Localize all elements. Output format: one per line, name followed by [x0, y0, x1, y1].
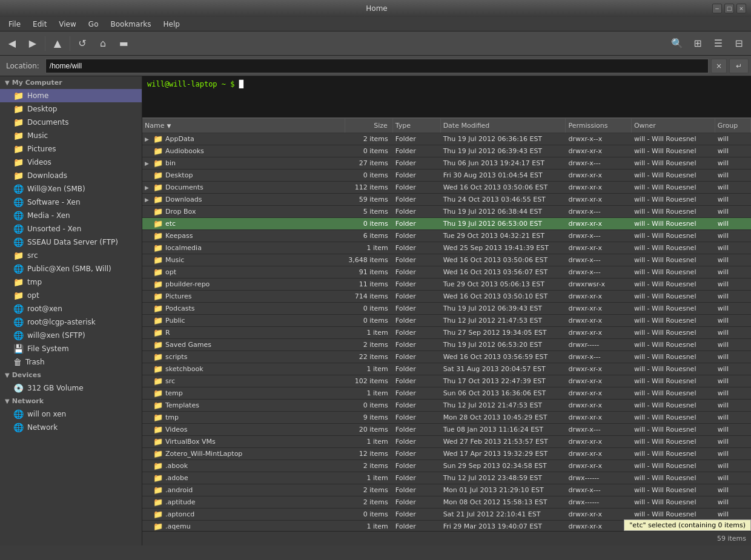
menu-file[interactable]: File — [2, 19, 27, 30]
sidebar-item-will-on-xen[interactable]: 🌐 will on xen — [0, 407, 142, 421]
sidebar-item-public-xen[interactable]: 🌐 Public@Xen (SMB, Will) — [0, 262, 142, 275]
sidebar-item-will-xen-sftp[interactable]: 🌐 will@xen (SFTP) — [0, 329, 142, 342]
table-row[interactable]: 📁 VirtualBox VMs 1 item Folder Wed 27 Fe… — [142, 436, 751, 448]
table-row[interactable]: 📁 .aptoncd 0 items Folder Sat 21 Jul 201… — [142, 509, 751, 521]
file-type: Folder — [393, 341, 441, 349]
table-row[interactable]: 📁 Templates 0 items Folder Thu 12 Jul 20… — [142, 400, 751, 412]
col-header-size[interactable]: Size — [345, 119, 393, 133]
table-row[interactable]: 📁 Videos 20 items Folder Tue 08 Jan 2013… — [142, 424, 751, 436]
table-row[interactable]: 📁 Saved Games 2 items Folder Thu 19 Jul … — [142, 339, 751, 351]
table-row[interactable]: 📁 .adobe 1 item Folder Thu 12 Jul 2012 2… — [142, 472, 751, 484]
table-row[interactable]: 📁 src 102 items Folder Thu 17 Oct 2013 2… — [142, 375, 751, 387]
sidebar-item-file-system[interactable]: 💾 File System — [0, 342, 142, 355]
sidebar-item-trash[interactable]: 🗑 Trash — [0, 355, 142, 369]
table-row[interactable]: 📁 etc 0 items Folder Thu 19 Jul 2012 06:… — [142, 218, 751, 230]
sidebar-item-will-xen-smb[interactable]: 🌐 Will@Xen (SMB) — [0, 182, 142, 196]
sidebar-item-root-xen[interactable]: 🌐 root@xen — [0, 302, 142, 315]
table-row[interactable]: 📁 Audiobooks 0 items Folder Thu 19 Jul 2… — [142, 145, 751, 157]
table-row[interactable]: ▶ 📁 bin 27 items Folder Thu 06 Jun 2013 … — [142, 157, 751, 170]
sidebar-item-videos[interactable]: 📁 Videos — [0, 156, 142, 169]
sidebar-section-network[interactable]: ▼ Network — [0, 395, 142, 407]
expand-arrow-icon[interactable]: ▶ — [145, 160, 153, 166]
table-row[interactable]: 📁 Keepass 6 items Folder Tue 29 Oct 2013… — [142, 230, 751, 242]
col-header-type[interactable]: Type — [393, 119, 441, 133]
sidebar-item-downloads[interactable]: 📁 Downloads — [0, 169, 142, 182]
table-row[interactable]: 📁 temp 1 item Folder Sun 06 Oct 2013 16:… — [142, 387, 751, 400]
file-list[interactable]: ▶ 📁 AppData 2 items Folder Thu 19 Jul 20… — [142, 133, 751, 531]
back-button[interactable]: ◀ — [2, 34, 22, 53]
table-row[interactable]: 📁 tmp 9 items Folder Mon 28 Oct 2013 10:… — [142, 412, 751, 424]
columns-view-button[interactable]: ⊟ — [729, 34, 749, 53]
sidebar-section-my-computer[interactable]: ▼ My Computer — [0, 76, 142, 89]
menu-edit[interactable]: Edit — [27, 19, 53, 30]
sidebar-item-desktop[interactable]: 📁 Desktop — [0, 102, 142, 116]
table-row[interactable]: 📁 Music 3,648 items Folder Wed 16 Oct 20… — [142, 254, 751, 266]
table-row[interactable]: 📁 R 1 item Folder Thu 27 Sep 2012 19:34:… — [142, 327, 751, 339]
menu-view[interactable]: View — [53, 19, 82, 30]
file-perms: drwxr-xr-x — [566, 292, 631, 300]
sidebar-section-devices[interactable]: ▼ Devices — [0, 369, 142, 381]
sidebar-item-pictures[interactable]: 📁 Pictures — [0, 142, 142, 156]
file-group: will — [715, 329, 751, 337]
sidebar-item-documents[interactable]: 📁 Documents — [0, 116, 142, 129]
table-row[interactable]: 📁 localmedia 1 item Folder Wed 25 Sep 20… — [142, 242, 751, 254]
expand-arrow-icon[interactable]: ▶ — [145, 185, 153, 191]
table-row[interactable]: 📁 Public 0 items Folder Thu 12 Jul 2012 … — [142, 315, 751, 327]
close-button[interactable]: × — [736, 4, 746, 13]
sidebar-item-software-xen[interactable]: 🌐 Software - Xen — [0, 196, 142, 209]
sidebar-item-music[interactable]: 📁 Music — [0, 129, 142, 142]
menu-go[interactable]: Go — [82, 19, 105, 30]
col-header-perms[interactable]: Permissions — [566, 119, 631, 133]
menu-help[interactable]: Help — [157, 19, 186, 30]
table-row[interactable]: 📁 sketchbook 1 item Folder Sat 31 Aug 20… — [142, 363, 751, 375]
expand-arrow-icon[interactable]: ▶ — [145, 197, 153, 203]
up-button[interactable]: ▲ — [48, 34, 67, 53]
sidebar-section-my-computer-label: My Computer — [12, 79, 62, 87]
table-row[interactable]: ▶ 📁 Documents 112 items Folder Wed 16 Oc… — [142, 182, 751, 194]
table-row[interactable]: 📁 Desktop 0 items Folder Fri 30 Aug 2013… — [142, 170, 751, 182]
table-row[interactable]: 📁 Drop Box 5 items Folder Thu 19 Jul 201… — [142, 206, 751, 218]
file-type: Folder — [393, 389, 441, 397]
table-row[interactable]: 📁 .aptitude 2 items Folder Mon 08 Oct 20… — [142, 496, 751, 509]
home-button[interactable]: ⌂ — [93, 34, 113, 53]
table-row[interactable]: 📁 .android 2 items Folder Mon 01 Jul 201… — [142, 484, 751, 496]
table-row[interactable]: 📁 scripts 22 items Folder Wed 16 Oct 201… — [142, 351, 751, 363]
sidebar-item-sseau[interactable]: 🌐 SSEAU Data Server (FTP) — [0, 236, 142, 249]
location-go-button[interactable]: ↵ — [729, 59, 749, 73]
sidebar-item-root-lcgp[interactable]: 🌐 root@lcgp-asterisk — [0, 315, 142, 329]
table-row[interactable]: 📁 Zotero_Will-MintLaptop 12 items Folder… — [142, 448, 751, 460]
col-header-name[interactable]: Name ▼ — [142, 119, 345, 133]
minimize-button[interactable]: − — [712, 4, 722, 13]
table-row[interactable]: 📁 opt 91 items Folder Wed 16 Oct 2013 03… — [142, 266, 751, 278]
file-group: will — [715, 171, 751, 179]
file-perms: drwxr-x--- — [566, 232, 631, 240]
sidebar-item-312gb[interactable]: 💿 312 GB Volume — [0, 381, 142, 395]
expand-arrow-icon[interactable]: ▶ — [145, 136, 153, 142]
sidebar-item-home[interactable]: 📁 Home — [0, 89, 142, 102]
location-input[interactable] — [45, 59, 709, 73]
col-header-group[interactable]: Group — [715, 119, 751, 133]
reload-button[interactable]: ↺ — [73, 34, 92, 53]
table-row[interactable]: 📁 Podcasts 0 items Folder Thu 19 Jul 201… — [142, 303, 751, 315]
table-row[interactable]: ▶ 📁 AppData 2 items Folder Thu 19 Jul 20… — [142, 133, 751, 145]
table-row[interactable]: 📁 Pictures 714 items Folder Wed 16 Oct 2… — [142, 291, 751, 303]
col-header-date[interactable]: Date Modified — [441, 119, 566, 133]
table-row[interactable]: ▶ 📁 Downloads 59 items Folder Thu 24 Oct… — [142, 194, 751, 206]
sidebar-item-media-xen[interactable]: 🌐 Media - Xen — [0, 209, 142, 222]
forward-button[interactable]: ▶ — [23, 34, 42, 53]
sidebar-item-src[interactable]: 📁 src — [0, 249, 142, 262]
sidebar-item-unsorted-xen[interactable]: 🌐 Unsorted - Xen — [0, 222, 142, 236]
menu-bookmarks[interactable]: Bookmarks — [104, 19, 157, 30]
terminal-button[interactable]: ▬ — [114, 34, 133, 53]
sidebar-item-opt[interactable]: 📁 opt — [0, 289, 142, 302]
sidebar-item-tmp[interactable]: 📁 tmp — [0, 275, 142, 289]
list-view-button[interactable]: ☰ — [709, 34, 728, 53]
col-header-owner[interactable]: Owner — [632, 119, 715, 133]
table-row[interactable]: 📁 pbuilder-repo 11 items Folder Tue 29 O… — [142, 278, 751, 291]
maximize-button[interactable]: □ — [724, 4, 734, 13]
table-row[interactable]: 📁 .abook 2 items Folder Sun 29 Sep 2013 … — [142, 460, 751, 472]
search-button[interactable]: 🔍 — [667, 34, 687, 53]
sidebar-item-network[interactable]: 🌐 Network — [0, 421, 142, 434]
location-clear-button[interactable]: × — [711, 59, 727, 73]
grid-view-button[interactable]: ⊞ — [688, 34, 707, 53]
